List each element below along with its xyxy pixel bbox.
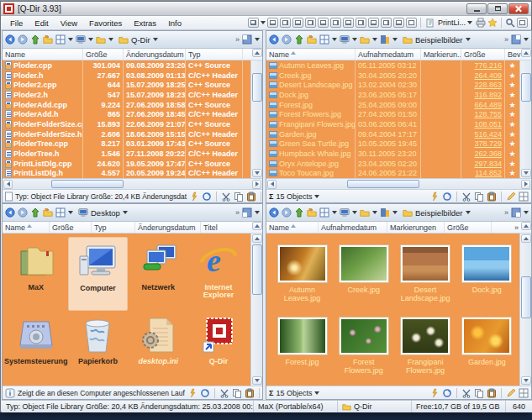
file-row[interactable]: Forest Flowers.jpg27.04.2005 01:50128.75…: [266, 109, 519, 119]
file-row[interactable]: Autumn Leaves.jpg05.11.2005 03:12776.216…: [266, 60, 519, 71]
thumbnail-item[interactable]: Forest.jpg: [271, 312, 333, 385]
cut-icon[interactable]: [461, 192, 471, 202]
filter-icon[interactable]: [189, 192, 199, 202]
layout-preset-button[interactable]: [330, 18, 341, 28]
scroll-up-button[interactable]: [521, 234, 531, 243]
scroll-up-button[interactable]: [521, 222, 531, 230]
scroll-down-button[interactable]: [252, 169, 262, 177]
up-icon[interactable]: [30, 207, 40, 218]
rename-pencil-icon[interactable]: [506, 388, 516, 398]
layout-preset-button[interactable]: [381, 18, 392, 28]
folder-pair-icon[interactable]: [307, 207, 317, 218]
scroll-left-button[interactable]: [267, 180, 277, 189]
scroll-up-button[interactable]: [252, 49, 262, 57]
chevron-down-icon[interactable]: [372, 211, 377, 214]
column-header-date[interactable]: Änderungsdatum: [124, 49, 186, 60]
column-header-size[interactable]: Größe: [445, 222, 492, 233]
column-header-name[interactable]: Name: [266, 222, 319, 233]
scrollbar-thumb[interactable]: [521, 73, 531, 102]
filter-icon[interactable]: [429, 192, 440, 202]
chevron-down-icon[interactable]: [314, 195, 319, 198]
forward-icon[interactable]: [18, 34, 28, 45]
thumbnail-item[interactable]: Frangipani Flowers.jpg: [395, 312, 456, 385]
file-row[interactable]: Green Sea Turtle.jpg10.05.2005 19:45378.…: [266, 139, 519, 149]
column-header-overflow[interactable]: »: [492, 222, 521, 233]
scroll-up-button[interactable]: [252, 222, 262, 230]
chevron-down-icon[interactable]: [524, 211, 529, 214]
layout-preset-dropdown-button[interactable]: [248, 18, 259, 28]
paste-icon[interactable]: [245, 388, 255, 398]
folder-dropdown-icon[interactable]: [96, 34, 106, 45]
view-mode-icon[interactable]: [519, 388, 529, 398]
computer-icon[interactable]: [340, 207, 350, 218]
refresh-icon[interactable]: [442, 388, 452, 398]
file-row[interactable]: PrintListDlg.h4.55720.05.2009 19:24C/C++…: [3, 168, 250, 178]
scrollbar-thumb[interactable]: [252, 73, 262, 102]
chevron-down-icon[interactable]: [524, 38, 529, 41]
desktop-item-desktop-ini[interactable]: desktop.ini: [128, 311, 188, 385]
desktop-item-internet-explorer[interactable]: e Internet Explorer: [188, 237, 249, 311]
folder-pair-icon[interactable]: [307, 34, 317, 45]
column-header-markings[interactable]: Markierungen: [387, 222, 445, 233]
vertical-scrollbar[interactable]: [519, 234, 531, 386]
menu-extras[interactable]: Extras: [128, 18, 162, 29]
layout-preset-button[interactable]: [292, 18, 303, 28]
pane-select-icon[interactable]: [511, 34, 521, 45]
copy-icon[interactable]: [474, 192, 484, 202]
scroll-down-button[interactable]: [521, 376, 531, 385]
scroll-right-button[interactable]: [252, 180, 261, 189]
column-header-markings[interactable]: Markierun...: [421, 49, 461, 60]
chevron-down-icon[interactable]: [255, 211, 260, 214]
layout-preset-button[interactable]: [280, 18, 291, 28]
paste-icon[interactable]: [487, 388, 497, 398]
computer-icon[interactable]: [340, 34, 350, 45]
copy-icon[interactable]: [234, 192, 244, 202]
breadcrumb[interactable]: Q-Dir: [116, 34, 161, 45]
chevron-down-icon[interactable]: [352, 211, 357, 214]
chevron-down-icon[interactable]: [372, 38, 377, 41]
horizontal-scrollbar[interactable]: [3, 178, 262, 189]
view-grid-icon[interactable]: [55, 207, 66, 218]
layout-preset-button[interactable]: [343, 18, 354, 28]
menu-view[interactable]: View: [55, 18, 83, 29]
forward-icon[interactable]: [282, 207, 292, 218]
back-icon[interactable]: [5, 34, 15, 45]
folder-pair-icon[interactable]: [43, 34, 53, 45]
chevron-down-icon[interactable]: [332, 38, 337, 41]
file-row[interactable]: PloderAdd.cpp9.22427.06.2009 18:58C++ So…: [3, 100, 250, 110]
column-header-name[interactable]: Name: [3, 222, 50, 233]
scroll-up-button[interactable]: [252, 234, 262, 243]
toolbar-overflow-button[interactable]: »: [235, 35, 240, 44]
view-grid-icon[interactable]: [319, 207, 329, 218]
thumbnail-item[interactable]: Creek.jpg: [333, 240, 394, 312]
desktop-item-systemsteuerung[interactable]: Systemsteuerung: [4, 311, 68, 385]
scroll-down-button[interactable]: [521, 169, 531, 177]
toolbar-overflow-button[interactable]: »: [504, 208, 508, 217]
thumbnail-item[interactable]: Autumn Leaves.jpg: [271, 240, 333, 312]
chevron-down-icon[interactable]: [352, 38, 357, 41]
refresh-icon[interactable]: [202, 192, 212, 202]
desktop-item-qdir[interactable]: Q-Dir: [188, 311, 249, 385]
paste-icon[interactable]: [246, 192, 256, 202]
file-row[interactable]: PloderAdd.h86527.06.2009 18:45C/C++ Head…: [3, 109, 250, 119]
up-icon[interactable]: [294, 207, 304, 218]
maximize-button[interactable]: [487, 3, 508, 14]
up-icon[interactable]: [30, 34, 40, 45]
chevron-down-icon[interactable]: [261, 21, 266, 24]
column-header-rating[interactable]: Bev: [505, 49, 521, 60]
menu-edit[interactable]: Edit: [29, 18, 54, 29]
file-row[interactable]: Humpback Whale.jpg30.11.2005 23:20262.36…: [266, 149, 519, 159]
breadcrumb[interactable]: Beispielbilder: [400, 207, 473, 218]
file-row[interactable]: Desert Landscape.jpg13.02.2004 02:30228.…: [266, 80, 519, 90]
computer-icon[interactable]: [76, 34, 86, 45]
view-grid-icon[interactable]: [319, 34, 329, 45]
scroll-left-button[interactable]: [3, 180, 13, 189]
scroll-right-button[interactable]: [521, 180, 530, 189]
rename-pencil-icon[interactable]: [506, 192, 516, 202]
printer-icon[interactable]: [476, 18, 486, 28]
file-row[interactable]: PloderFolderSize.h2.60618.06.2009 15:15C…: [3, 129, 250, 139]
column-header-size[interactable]: Größe: [83, 49, 124, 60]
menu-favorites[interactable]: Favorites: [83, 18, 128, 29]
vertical-scrollbar[interactable]: [519, 60, 531, 178]
media-dropdown-icon[interactable]: [380, 207, 390, 218]
